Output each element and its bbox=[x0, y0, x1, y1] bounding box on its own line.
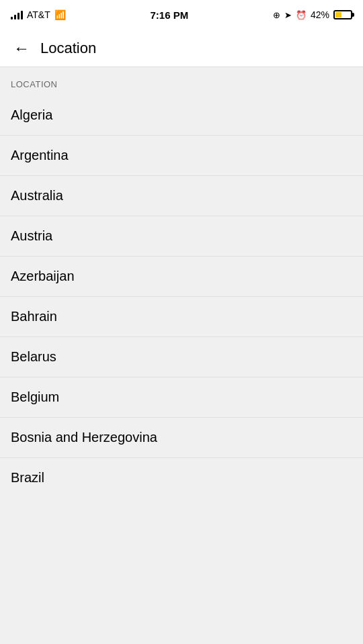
section-header: LOCATION bbox=[0, 67, 363, 95]
list-item[interactable]: Bosnia and Herzegovina bbox=[0, 418, 363, 458]
list-item[interactable]: Belgium bbox=[0, 377, 363, 418]
carrier-label: AT&T bbox=[27, 9, 50, 20]
signal-bar-2 bbox=[14, 15, 16, 19]
list-item[interactable]: Azerbaijan bbox=[0, 257, 363, 297]
content-area: LOCATION AlgeriaArgentinaAustraliaAustri… bbox=[0, 67, 363, 498]
back-arrow-icon: ← bbox=[13, 40, 30, 56]
wifi-icon: 📶 bbox=[54, 9, 66, 20]
list-item[interactable]: Australia bbox=[0, 176, 363, 216]
at-icon: ⊕ bbox=[273, 10, 280, 20]
battery-indicator bbox=[333, 10, 352, 19]
list-item[interactable]: Brazil bbox=[0, 458, 363, 498]
list-item[interactable]: Austria bbox=[0, 216, 363, 257]
status-right: ⊕ ➤ ⏰ 42% bbox=[273, 9, 352, 20]
signal-bar-3 bbox=[17, 13, 19, 19]
page-title: Location bbox=[40, 40, 96, 57]
back-button[interactable]: ← bbox=[11, 38, 32, 59]
status-bar: AT&T 📶 7:16 PM ⊕ ➤ ⏰ 42% bbox=[0, 0, 363, 30]
section-label: LOCATION bbox=[11, 79, 58, 89]
location-list: AlgeriaArgentinaAustraliaAustriaAzerbaij… bbox=[0, 95, 363, 498]
list-item[interactable]: Argentina bbox=[0, 136, 363, 176]
signal-bar-4 bbox=[21, 11, 23, 19]
status-time: 7:16 PM bbox=[151, 9, 189, 21]
battery-fill bbox=[335, 12, 341, 17]
signal-bars-icon bbox=[11, 10, 23, 19]
list-item[interactable]: Algeria bbox=[0, 95, 363, 136]
nav-header: ← Location bbox=[0, 30, 363, 67]
battery-icon bbox=[333, 10, 352, 19]
signal-bar-1 bbox=[11, 17, 13, 19]
list-item[interactable]: Bahrain bbox=[0, 297, 363, 337]
status-left: AT&T 📶 bbox=[11, 9, 66, 20]
battery-percent: 42% bbox=[311, 9, 329, 20]
alarm-icon: ⏰ bbox=[296, 10, 307, 20]
location-icon: ➤ bbox=[284, 10, 292, 20]
list-item[interactable]: Belarus bbox=[0, 337, 363, 377]
